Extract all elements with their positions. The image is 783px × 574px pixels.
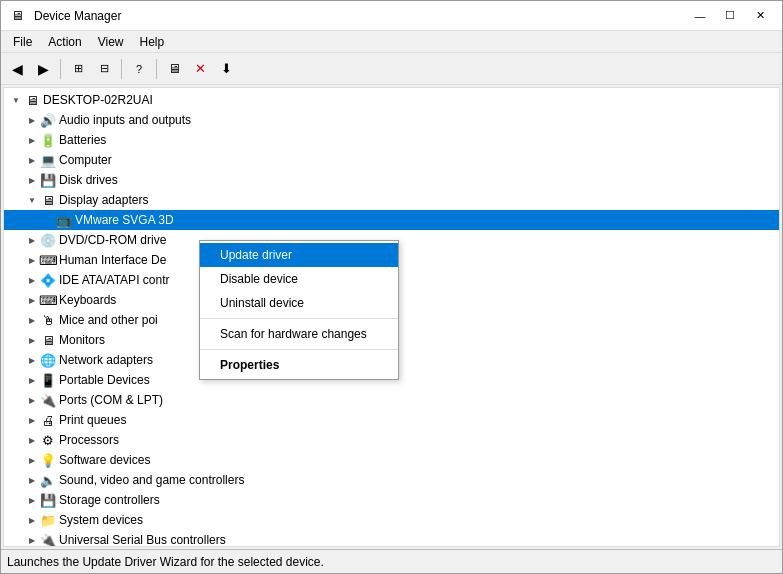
toolbar-sep1 <box>60 59 61 79</box>
list-item[interactable]: ▶ 💻 Computer <box>4 150 779 170</box>
list-item[interactable]: ▶ 🖨 Print queues <box>4 410 779 430</box>
toolbar-expand[interactable]: ⊞ <box>66 57 90 81</box>
audio-icon: 🔊 <box>40 112 56 128</box>
list-item[interactable]: ▶ 🔊 Audio inputs and outputs <box>4 110 779 130</box>
usb-label: Universal Serial Bus controllers <box>59 533 226 547</box>
software-label: Software devices <box>59 453 150 467</box>
monitors-expander[interactable]: ▶ <box>24 332 40 348</box>
list-item[interactable]: ▶ ⚙ Processors <box>4 430 779 450</box>
batteries-label: Batteries <box>59 133 106 147</box>
mice-expander[interactable]: ▶ <box>24 312 40 328</box>
ports-expander[interactable]: ▶ <box>24 392 40 408</box>
ctx-scan-hardware[interactable]: Scan for hardware changes <box>200 322 398 346</box>
minimize-button[interactable]: — <box>686 6 714 26</box>
list-item[interactable]: 📺 VMware SVGA 3D <box>4 210 779 230</box>
network-icon: 🌐 <box>40 352 56 368</box>
dvd-expander[interactable]: ▶ <box>24 232 40 248</box>
network-expander[interactable]: ▶ <box>24 352 40 368</box>
system-expander[interactable]: ▶ <box>24 512 40 528</box>
keyboards-icon: ⌨ <box>40 292 56 308</box>
content-area: ▼ 🖥 DESKTOP-02R2UAI ▶ 🔊 Audio inputs and… <box>1 85 782 549</box>
computer-expander[interactable]: ▶ <box>24 152 40 168</box>
root-label: DESKTOP-02R2UAI <box>43 93 153 107</box>
hid-icon: ⌨ <box>40 252 56 268</box>
list-item[interactable]: ▶ 💾 Disk drives <box>4 170 779 190</box>
list-item[interactable]: ▼ 🖥 Display adapters <box>4 190 779 210</box>
proc-expander[interactable]: ▶ <box>24 432 40 448</box>
ports-label: Ports (COM & LPT) <box>59 393 163 407</box>
audio-expander[interactable]: ▶ <box>24 112 40 128</box>
menu-view[interactable]: View <box>90 33 132 51</box>
vmware-label: VMware SVGA 3D <box>75 213 174 227</box>
disk-label: Disk drives <box>59 173 118 187</box>
ctx-uninstall-device[interactable]: Uninstall device <box>200 291 398 315</box>
title-bar-buttons: — ☐ ✕ <box>686 6 774 26</box>
display-label: Display adapters <box>59 193 148 207</box>
batteries-expander[interactable]: ▶ <box>24 132 40 148</box>
ctx-update-driver[interactable]: Update driver <box>200 243 398 267</box>
disk-icon: 💾 <box>40 172 56 188</box>
monitors-icon: 🖥 <box>40 332 56 348</box>
sound-expander[interactable]: ▶ <box>24 472 40 488</box>
root-icon: 🖥 <box>24 92 40 108</box>
keyboards-label: Keyboards <box>59 293 116 307</box>
dvd-label: DVD/CD-ROM drive <box>59 233 166 247</box>
system-label: System devices <box>59 513 143 527</box>
menu-bar: File Action View Help <box>1 31 782 53</box>
print-icon: 🖨 <box>40 412 56 428</box>
ctx-separator-1 <box>200 318 398 319</box>
ide-expander[interactable]: ▶ <box>24 272 40 288</box>
ctx-properties[interactable]: Properties <box>200 353 398 377</box>
list-item[interactable]: ▶ 💡 Software devices <box>4 450 779 470</box>
mice-icon: 🖱 <box>40 312 56 328</box>
menu-file[interactable]: File <box>5 33 40 51</box>
ports-icon: 🔌 <box>40 392 56 408</box>
storage-expander[interactable]: ▶ <box>24 492 40 508</box>
disk-expander[interactable]: ▶ <box>24 172 40 188</box>
toolbar-help[interactable]: ? <box>127 57 151 81</box>
batteries-icon: 🔋 <box>40 132 56 148</box>
root-expander[interactable]: ▼ <box>8 92 24 108</box>
vmware-expander <box>40 212 56 228</box>
software-icon: 💡 <box>40 452 56 468</box>
toolbar-collapse[interactable]: ⊟ <box>92 57 116 81</box>
title-bar: 🖥 Device Manager — ☐ ✕ <box>1 1 782 31</box>
maximize-button[interactable]: ☐ <box>716 6 744 26</box>
proc-icon: ⚙ <box>40 432 56 448</box>
list-item[interactable]: ▶ 🔈 Sound, video and game controllers <box>4 470 779 490</box>
display-expander[interactable]: ▼ <box>24 192 40 208</box>
tree-root[interactable]: ▼ 🖥 DESKTOP-02R2UAI <box>4 90 779 110</box>
toolbar-forward[interactable]: ▶ <box>31 57 55 81</box>
proc-label: Processors <box>59 433 119 447</box>
software-expander[interactable]: ▶ <box>24 452 40 468</box>
close-button[interactable]: ✕ <box>746 6 774 26</box>
sound-icon: 🔈 <box>40 472 56 488</box>
toolbar-uninstall[interactable]: ✕ <box>188 57 212 81</box>
toolbar-scan[interactable]: ⬇ <box>214 57 238 81</box>
monitors-label: Monitors <box>59 333 105 347</box>
system-icon: 📁 <box>40 512 56 528</box>
list-item[interactable]: ▶ 💾 Storage controllers <box>4 490 779 510</box>
toolbar: ◀ ▶ ⊞ ⊟ ? 🖥 ✕ ⬇ <box>1 53 782 85</box>
audio-label: Audio inputs and outputs <box>59 113 191 127</box>
print-label: Print queues <box>59 413 126 427</box>
mice-label: Mice and other poi <box>59 313 158 327</box>
list-item[interactable]: ▶ 🔌 Universal Serial Bus controllers <box>4 530 779 547</box>
ctx-disable-device[interactable]: Disable device <box>200 267 398 291</box>
vmware-icon: 📺 <box>56 212 72 228</box>
device-manager-window: 🖥 Device Manager — ☐ ✕ File Action View … <box>0 0 783 574</box>
toolbar-computer[interactable]: 🖥 <box>162 57 186 81</box>
list-item[interactable]: ▶ 🔋 Batteries <box>4 130 779 150</box>
usb-expander[interactable]: ▶ <box>24 532 40 547</box>
computer-label: Computer <box>59 153 112 167</box>
portable-label: Portable Devices <box>59 373 150 387</box>
portable-expander[interactable]: ▶ <box>24 372 40 388</box>
list-item[interactable]: ▶ 🔌 Ports (COM & LPT) <box>4 390 779 410</box>
portable-icon: 📱 <box>40 372 56 388</box>
menu-help[interactable]: Help <box>132 33 173 51</box>
menu-action[interactable]: Action <box>40 33 89 51</box>
print-expander[interactable]: ▶ <box>24 412 40 428</box>
toolbar-back[interactable]: ◀ <box>5 57 29 81</box>
ide-label: IDE ATA/ATAPI contr <box>59 273 169 287</box>
list-item[interactable]: ▶ 📁 System devices <box>4 510 779 530</box>
